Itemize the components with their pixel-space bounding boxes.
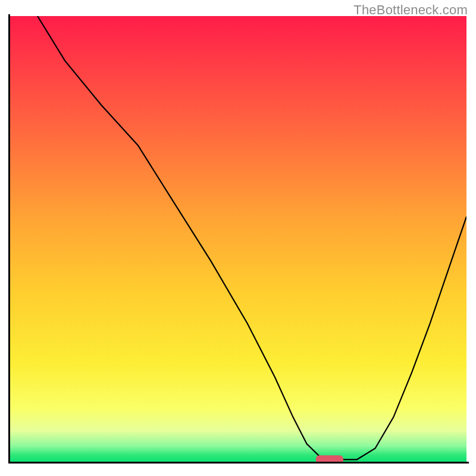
chart-svg <box>10 16 466 462</box>
marker-pill <box>316 455 343 462</box>
plot-area <box>10 16 466 462</box>
y-axis <box>8 14 10 464</box>
x-axis <box>8 462 469 464</box>
curve-path <box>37 16 466 459</box>
watermark-text: TheBottleneck.com <box>353 2 468 18</box>
chart-container: TheBottleneck.com <box>0 0 476 476</box>
